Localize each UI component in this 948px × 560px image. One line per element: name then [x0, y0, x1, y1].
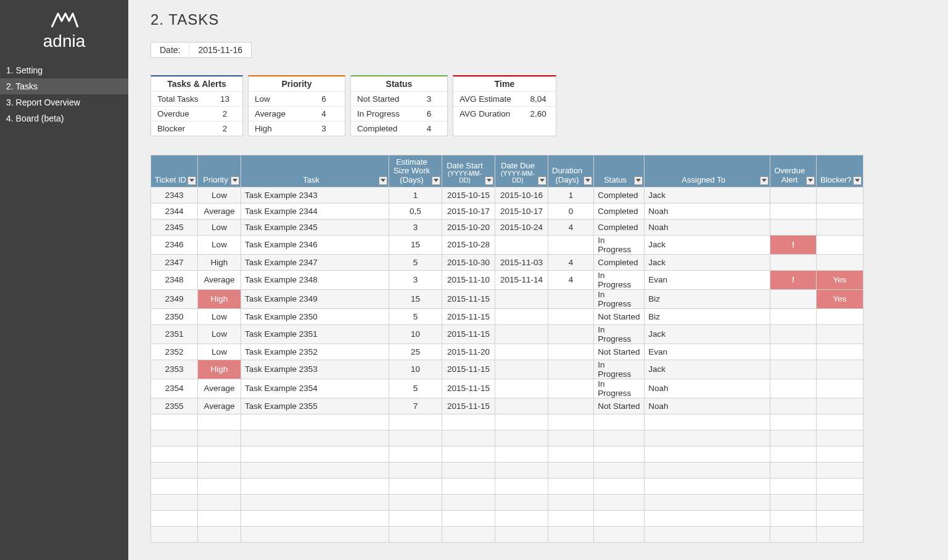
table-header[interactable]: Date Due(YYYY-MM-DD) [495, 155, 548, 187]
cell-overdue[interactable] [770, 289, 817, 308]
table-cell[interactable] [594, 446, 645, 462]
nav-item[interactable]: 3. Report Overview [0, 94, 128, 110]
cell-date-start[interactable]: 2015-10-28 [442, 235, 495, 254]
cell-blocker[interactable] [817, 187, 864, 203]
cell-priority[interactable]: Low [198, 344, 241, 360]
cell-estimate[interactable]: 15 [389, 235, 442, 254]
table-row[interactable]: 2352LowTask Example 2352252015-11-20Not … [151, 344, 864, 360]
table-row[interactable]: 2348AverageTask Example 234832015-11-102… [151, 270, 864, 289]
cell-estimate[interactable]: 10 [389, 324, 442, 344]
cell-task[interactable]: Task Example 2347 [241, 254, 389, 270]
cell-duration[interactable]: 4 [548, 254, 594, 270]
cell-task[interactable]: Task Example 2355 [241, 398, 389, 414]
table-cell[interactable] [198, 526, 241, 542]
table-cell[interactable] [770, 446, 817, 462]
table-cell[interactable] [241, 510, 389, 526]
table-cell[interactable] [645, 414, 770, 430]
cell-assigned[interactable]: Jack [645, 254, 770, 270]
table-cell[interactable] [442, 414, 495, 430]
cell-ticket[interactable]: 2352 [151, 344, 198, 360]
table-cell[interactable] [495, 526, 548, 542]
table-cell[interactable] [151, 510, 198, 526]
table-cell[interactable] [548, 478, 594, 494]
cell-overdue[interactable] [770, 187, 817, 203]
cell-task[interactable]: Task Example 2343 [241, 187, 389, 203]
table-cell[interactable] [495, 430, 548, 446]
cell-date-due[interactable] [495, 289, 548, 308]
cell-assigned[interactable]: Noah [645, 219, 770, 235]
cell-overdue[interactable] [770, 379, 817, 398]
cell-task[interactable]: Task Example 2344 [241, 203, 389, 219]
table-cell[interactable] [442, 430, 495, 446]
cell-status[interactable]: In Progress [594, 324, 645, 344]
table-cell[interactable] [594, 494, 645, 510]
table-cell[interactable] [389, 526, 442, 542]
filter-dropdown-icon[interactable] [806, 176, 815, 185]
table-cell[interactable] [495, 494, 548, 510]
table-row-empty[interactable] [151, 510, 864, 526]
cell-date-start[interactable]: 2015-10-17 [442, 203, 495, 219]
cell-assigned[interactable]: Jack [645, 324, 770, 344]
cell-overdue[interactable] [770, 344, 817, 360]
cell-estimate[interactable]: 15 [389, 289, 442, 308]
cell-status[interactable]: Completed [594, 254, 645, 270]
cell-duration[interactable] [548, 324, 594, 344]
cell-ticket[interactable]: 2345 [151, 219, 198, 235]
cell-ticket[interactable]: 2343 [151, 187, 198, 203]
cell-duration[interactable] [548, 398, 594, 414]
table-cell[interactable] [645, 430, 770, 446]
table-cell[interactable] [389, 446, 442, 462]
cell-date-start[interactable]: 2015-11-15 [442, 398, 495, 414]
table-row[interactable]: 2350LowTask Example 235052015-11-15Not S… [151, 308, 864, 324]
table-cell[interactable] [241, 526, 389, 542]
table-cell[interactable] [151, 494, 198, 510]
cell-date-due[interactable] [495, 235, 548, 254]
table-cell[interactable] [198, 414, 241, 430]
nav-item[interactable]: 1. Setting [0, 62, 128, 78]
table-cell[interactable] [495, 510, 548, 526]
table-cell[interactable] [495, 414, 548, 430]
cell-date-due[interactable] [495, 398, 548, 414]
cell-overdue[interactable] [770, 254, 817, 270]
table-cell[interactable] [389, 478, 442, 494]
cell-duration[interactable]: 4 [548, 270, 594, 289]
cell-assigned[interactable]: Biz [645, 308, 770, 324]
cell-blocker[interactable] [817, 308, 864, 324]
table-cell[interactable] [645, 462, 770, 478]
table-cell[interactable] [817, 510, 864, 526]
table-cell[interactable] [241, 430, 389, 446]
cell-blocker[interactable] [817, 235, 864, 254]
table-cell[interactable] [151, 430, 198, 446]
cell-overdue[interactable] [770, 398, 817, 414]
cell-priority[interactable]: Low [198, 219, 241, 235]
table-row[interactable]: 2355AverageTask Example 235572015-11-15N… [151, 398, 864, 414]
cell-duration[interactable] [548, 344, 594, 360]
table-cell[interactable] [198, 446, 241, 462]
table-cell[interactable] [198, 510, 241, 526]
table-cell[interactable] [442, 494, 495, 510]
cell-assigned[interactable]: Biz [645, 289, 770, 308]
table-cell[interactable] [151, 414, 198, 430]
table-cell[interactable] [198, 478, 241, 494]
cell-estimate[interactable]: 10 [389, 360, 442, 379]
cell-date-due[interactable] [495, 360, 548, 379]
table-row[interactable]: 2347HighTask Example 234752015-10-302015… [151, 254, 864, 270]
table-cell[interactable] [770, 494, 817, 510]
cell-date-start[interactable]: 2015-11-15 [442, 379, 495, 398]
filter-dropdown-icon[interactable] [634, 176, 643, 185]
table-row[interactable]: 2349HighTask Example 2349152015-11-15In … [151, 289, 864, 308]
table-row-empty[interactable] [151, 414, 864, 430]
table-cell[interactable] [770, 478, 817, 494]
cell-task[interactable]: Task Example 2349 [241, 289, 389, 308]
cell-status[interactable]: In Progress [594, 289, 645, 308]
table-cell[interactable] [594, 526, 645, 542]
cell-overdue[interactable]: ! [770, 235, 817, 254]
cell-assigned[interactable]: Noah [645, 203, 770, 219]
cell-overdue[interactable] [770, 203, 817, 219]
table-row[interactable]: 2354AverageTask Example 235452015-11-15I… [151, 379, 864, 398]
cell-assigned[interactable]: Noah [645, 379, 770, 398]
cell-blocker[interactable] [817, 219, 864, 235]
date-value[interactable]: 2015-11-16 [189, 43, 251, 57]
cell-task[interactable]: Task Example 2354 [241, 379, 389, 398]
cell-assigned[interactable]: Evan [645, 270, 770, 289]
